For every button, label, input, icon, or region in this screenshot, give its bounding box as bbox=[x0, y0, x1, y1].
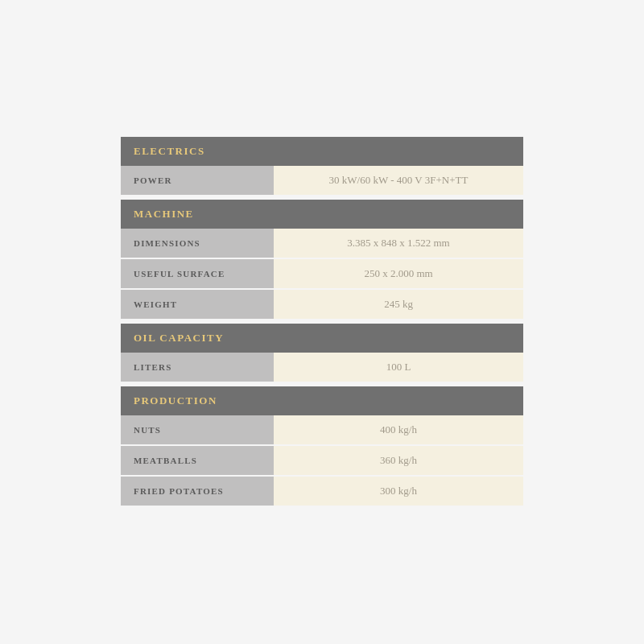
table-row: DIMENSIONS3.385 x 848 x 1.522 mm bbox=[121, 229, 523, 258]
spec-value-production-1: 360 kg/h bbox=[274, 446, 523, 475]
spec-label-production-2: FRIED POTATOES bbox=[121, 477, 274, 506]
spec-label-production-1: MEATBALLS bbox=[121, 446, 274, 475]
spec-label-oil-capacity-0: LITERS bbox=[121, 353, 274, 382]
section-header-machine: MACHINE bbox=[121, 200, 523, 229]
spec-value-machine-2: 245 kg bbox=[274, 290, 523, 319]
table-row: MEATBALLS360 kg/h bbox=[121, 446, 523, 475]
section-header-electrics: ELECTRICS bbox=[121, 137, 523, 166]
spec-label-machine-1: USEFUL SURFACE bbox=[121, 259, 274, 288]
section-header-oil-capacity: OIL CAPACITY bbox=[121, 324, 523, 353]
spec-label-electrics-0: POWER bbox=[121, 166, 274, 195]
table-row: WEIGHT245 kg bbox=[121, 290, 523, 319]
spec-label-production-0: NUTS bbox=[121, 415, 274, 444]
spec-value-production-0: 400 kg/h bbox=[274, 415, 523, 444]
specs-container: ELECTRICSPOWER30 kW/60 kW - 400 V 3F+N+T… bbox=[121, 137, 523, 507]
spec-value-machine-0: 3.385 x 848 x 1.522 mm bbox=[274, 229, 523, 258]
table-row: NUTS400 kg/h bbox=[121, 415, 523, 444]
table-row: USEFUL SURFACE250 x 2.000 mm bbox=[121, 259, 523, 288]
spec-label-machine-0: DIMENSIONS bbox=[121, 229, 274, 258]
table-row: FRIED POTATOES300 kg/h bbox=[121, 477, 523, 506]
spec-label-machine-2: WEIGHT bbox=[121, 290, 274, 319]
table-row: LITERS100 L bbox=[121, 353, 523, 382]
section-header-production: PRODUCTION bbox=[121, 386, 523, 415]
spec-value-production-2: 300 kg/h bbox=[274, 477, 523, 506]
spec-value-electrics-0: 30 kW/60 kW - 400 V 3F+N+TT bbox=[274, 166, 523, 195]
table-row: POWER30 kW/60 kW - 400 V 3F+N+TT bbox=[121, 166, 523, 195]
spec-value-oil-capacity-0: 100 L bbox=[274, 353, 523, 382]
spec-value-machine-1: 250 x 2.000 mm bbox=[274, 259, 523, 288]
